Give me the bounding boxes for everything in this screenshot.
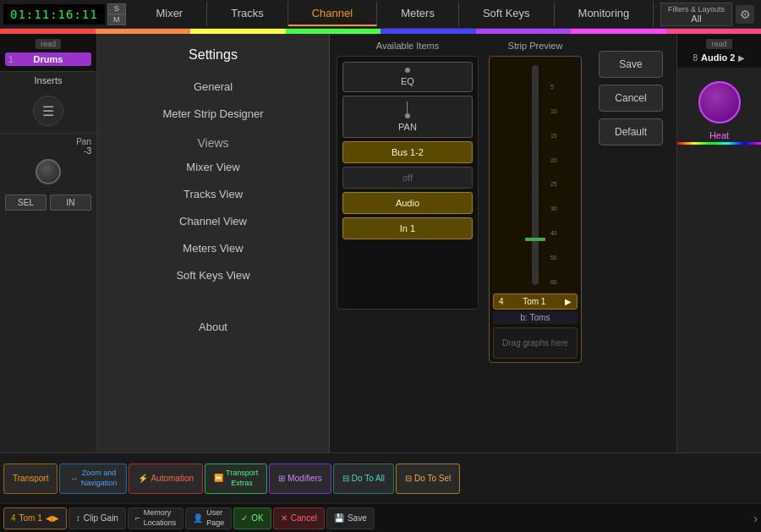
bottom-transport-bar: Transport ↔ Zoom and Navigation ⚡ Automa… xyxy=(0,452,761,503)
audio-item[interactable]: Audio xyxy=(342,192,473,214)
settings-softkeys-view[interactable]: Soft Keys View xyxy=(104,262,322,288)
modifiers-icon: ⊞ xyxy=(278,474,285,483)
track-info-button[interactable]: 4 Tom 1 ◀▶ xyxy=(3,507,67,529)
right-read-badge: read xyxy=(706,39,731,49)
pan-knob[interactable] xyxy=(36,159,61,184)
transport-extras-icon: ⏩ xyxy=(214,474,223,484)
zoom-icon: ↔ xyxy=(70,473,79,484)
in1-item[interactable]: In 1 xyxy=(342,217,473,239)
clip-gain-button[interactable]: ↕ Clip Gain xyxy=(68,507,126,529)
in-button[interactable]: IN xyxy=(50,195,91,211)
track-num: 4 xyxy=(11,513,16,523)
settings-tracks-view[interactable]: Tracks View xyxy=(104,181,322,207)
clip-gain-label: Clip Gain xyxy=(84,513,118,523)
clip-gain-icon: ↕ xyxy=(76,513,80,523)
pan-label: Pan xyxy=(5,137,91,146)
automation-icon: ⚡ xyxy=(138,474,148,483)
right-channel-header: read 8 Audio 2 ▶ xyxy=(677,34,761,68)
pan-item[interactable]: PAN xyxy=(342,96,473,138)
memory-icon: ⌐ xyxy=(135,513,140,523)
strip-preview-panel: Strip Preview 5 10 15 20 25 30 40 xyxy=(489,41,582,446)
right-channel-strip: read 8 Audio 2 ▶ Heat xyxy=(676,34,761,452)
settings-general[interactable]: General xyxy=(104,74,322,100)
filters-label: Filters & Layouts xyxy=(668,5,725,14)
top-bar: 01:11:16:11 S M Mixer Tracks Channel Met… xyxy=(0,0,761,29)
memory-locations-button[interactable]: ⌐ Memory Locations xyxy=(128,507,183,529)
filters-value: All xyxy=(668,14,725,24)
right-channel-num: 8 xyxy=(693,53,698,63)
left-channel-header-row: 1 Drums xyxy=(5,52,91,66)
center-area: Available Items EQ PAN Bus 1-2 off Audio… xyxy=(330,34,676,452)
do-to-all-button[interactable]: ⊟ Do To All xyxy=(333,463,394,494)
user-page-button[interactable]: 👤 User Page xyxy=(185,507,232,529)
strip-channel-arrow: ▶ xyxy=(565,297,572,306)
heat-label: Heat xyxy=(709,130,729,140)
strip-preview-title: Strip Preview xyxy=(489,41,582,51)
right-channel-row: 8 Audio 2 ▶ xyxy=(693,52,746,63)
settings-meter-strip-designer[interactable]: Meter Strip Designer xyxy=(104,101,322,127)
sel-button[interactable]: SEL xyxy=(5,195,47,211)
transport-extras-button[interactable]: ⏩ Transport Extras xyxy=(205,463,267,494)
cancel-button[interactable]: Cancel xyxy=(599,85,663,112)
s-button[interactable]: S xyxy=(107,3,126,14)
bottom-bar2: 4 Tom 1 ◀▶ ↕ Clip Gain ⌐ Memory Location… xyxy=(0,503,761,532)
tab-meters[interactable]: Meters xyxy=(377,2,459,26)
available-items-title: Available Items xyxy=(337,41,479,51)
bus12-item[interactable]: Bus 1-2 xyxy=(342,141,473,163)
chevron-right-icon[interactable]: › xyxy=(753,512,758,525)
heat-knob[interactable] xyxy=(698,81,741,123)
ok-button[interactable]: ✓ OK xyxy=(233,507,271,529)
default-button[interactable]: Default xyxy=(599,118,663,145)
user-icon: 👤 xyxy=(193,513,203,523)
hamburger-button[interactable]: ☰ xyxy=(33,96,63,126)
filters-box[interactable]: Filters & Layouts All xyxy=(660,3,732,26)
main-area: read 1 Drums Inserts ☰ Pan -3 SEL IN Set… xyxy=(0,34,761,452)
strip-channel-num: 4 xyxy=(499,297,504,306)
tab-monitoring[interactable]: Monitoring xyxy=(555,2,654,26)
sm-buttons: S M xyxy=(107,3,126,25)
eq-dot xyxy=(405,68,410,73)
pan-value: -3 xyxy=(5,146,91,156)
zoom-nav-button[interactable]: ↔ Zoom and Navigation xyxy=(59,463,127,494)
b-toms-label: b: Toms xyxy=(493,311,578,324)
ok-icon: ✓ xyxy=(241,513,248,523)
transport-button[interactable]: Transport xyxy=(3,463,57,494)
track-name: Tom 1 xyxy=(19,513,42,523)
save-icon: 💾 xyxy=(334,513,344,523)
left-channel-num: 1 xyxy=(8,55,14,64)
modifiers-button[interactable]: ⊞ Modifiers xyxy=(269,463,331,494)
strip-channel-label: 4 Tom 1 ▶ xyxy=(493,293,578,310)
preview-meter-container: 5 10 15 20 25 30 40 50 60 xyxy=(493,65,578,285)
fader-handle[interactable] xyxy=(525,238,545,241)
settings-mixer-view[interactable]: Mixer View xyxy=(104,154,322,180)
eq-item[interactable]: EQ xyxy=(342,62,473,92)
drag-graphs-area[interactable]: Drag graphs here xyxy=(493,327,578,359)
nav-tabs: Mixer Tracks Channel Meters Soft Keys Mo… xyxy=(126,2,660,26)
track-arrows: ◀▶ xyxy=(46,513,59,523)
settings-channel-view[interactable]: Channel View xyxy=(104,208,322,234)
pan-section: Pan -3 xyxy=(0,133,96,191)
settings-panel: Settings General Meter Strip Designer Vi… xyxy=(97,34,330,452)
settings-about[interactable]: About xyxy=(104,314,322,340)
tab-mixer[interactable]: Mixer xyxy=(132,2,207,26)
heat-rainbow-bar xyxy=(677,142,761,145)
tab-softkeys[interactable]: Soft Keys xyxy=(459,2,555,26)
do-to-sel-button[interactable]: ⊟ Do To Sel xyxy=(396,463,460,494)
fader-track xyxy=(532,65,539,285)
m-button[interactable]: M xyxy=(107,14,126,25)
save-bottom-button[interactable]: 💾 Save xyxy=(326,507,375,529)
left-channel-name: Drums xyxy=(5,52,91,66)
settings-title: Settings xyxy=(97,34,329,73)
save-button[interactable]: Save xyxy=(599,51,663,78)
off-item[interactable]: off xyxy=(342,167,473,189)
settings-meters-view[interactable]: Meters View xyxy=(104,235,322,261)
automation-button[interactable]: ⚡ Automation xyxy=(129,463,203,494)
cancel-bottom-button[interactable]: ✕ Cancel xyxy=(273,507,325,529)
time-display: 01:11:16:11 xyxy=(3,4,105,25)
tab-channel[interactable]: Channel xyxy=(288,2,377,26)
do-to-sel-icon: ⊟ xyxy=(405,474,412,483)
gear-icon[interactable]: ⚙ xyxy=(736,5,754,24)
top-right: Filters & Layouts All ⚙ xyxy=(660,3,754,26)
tab-tracks[interactable]: Tracks xyxy=(207,2,288,26)
items-list: EQ PAN Bus 1-2 off Audio In 1 xyxy=(337,56,479,310)
